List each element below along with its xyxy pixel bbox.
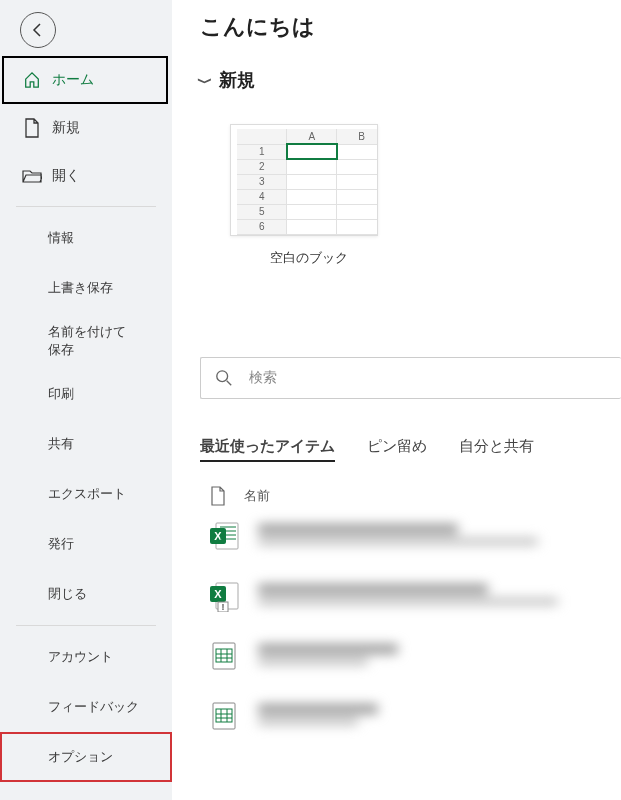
chevron-down-icon: ❯: [198, 76, 213, 84]
sidebar-label-home: ホーム: [52, 71, 94, 89]
spreadsheet-file-icon: [208, 700, 240, 732]
new-file-icon: [22, 118, 42, 138]
sidebar-item-account[interactable]: アカウント: [0, 632, 172, 682]
sidebar-item-options[interactable]: オプション: [0, 732, 172, 782]
backstage-main: こんにちは ❯ 新規 ABC 1 2 3 4 5 6 7 空白のブック 検索 最…: [172, 0, 621, 800]
sidebar-item-info[interactable]: 情報: [0, 213, 172, 263]
excel-file-icon: X: [208, 520, 240, 552]
template-blank-workbook[interactable]: ABC 1 2 3 4 5 6 7 空白のブック: [230, 124, 388, 267]
tab-recent[interactable]: 最近使ったアイテム: [200, 437, 335, 462]
sidebar-label-export: エクスポート: [48, 485, 126, 503]
file-row[interactable]: X: [200, 506, 621, 566]
sidebar-divider: [16, 625, 156, 626]
open-folder-icon: [22, 166, 42, 186]
backstage-sidebar: ホーム 新規 開く 情報 上書き保存 名前を付けて保存 印刷 共有 エクスポート…: [0, 0, 172, 800]
sidebar-label-feedback: フィードバック: [48, 698, 139, 716]
svg-text:X: X: [214, 588, 222, 600]
file-row[interactable]: X!: [200, 566, 621, 626]
sidebar-label-save-as: 名前を付けて保存: [48, 323, 138, 359]
sidebar-item-export[interactable]: エクスポート: [0, 469, 172, 519]
tab-pinned[interactable]: ピン留め: [367, 437, 427, 462]
sidebar-item-feedback[interactable]: フィードバック: [0, 682, 172, 732]
sidebar-label-options: オプション: [48, 748, 113, 766]
sidebar-label-account: アカウント: [48, 648, 113, 666]
sidebar-item-close[interactable]: 閉じる: [0, 569, 172, 619]
document-icon: [210, 486, 226, 506]
sidebar-divider: [16, 206, 156, 207]
sidebar-label-print: 印刷: [48, 385, 74, 403]
sidebar-label-publish: 発行: [48, 535, 74, 553]
new-section-title: 新規: [219, 68, 255, 92]
template-label: 空白のブック: [230, 250, 388, 267]
sidebar-item-save-as[interactable]: 名前を付けて保存: [0, 313, 172, 369]
sidebar-label-close: 閉じる: [48, 585, 87, 603]
home-icon: [22, 70, 42, 90]
sidebar-item-share[interactable]: 共有: [0, 419, 172, 469]
excel-warning-file-icon: X!: [208, 580, 240, 612]
recent-tabs: 最近使ったアイテム ピン留め 自分と共有: [200, 437, 621, 462]
sidebar-label-info: 情報: [48, 229, 74, 247]
new-section-header[interactable]: ❯ 新規: [200, 68, 621, 92]
search-placeholder: 検索: [249, 369, 277, 387]
greeting-title: こんにちは: [200, 12, 621, 42]
file-list-header: 名前: [200, 486, 621, 506]
recent-file-list: X X!: [200, 506, 621, 746]
column-name: 名前: [244, 488, 270, 505]
svg-text:X: X: [214, 530, 222, 542]
search-icon: [215, 369, 233, 387]
svg-point-0: [217, 371, 228, 382]
search-input[interactable]: 検索: [200, 357, 621, 399]
tab-shared[interactable]: 自分と共有: [459, 437, 534, 462]
sidebar-item-home[interactable]: ホーム: [2, 56, 168, 104]
file-row[interactable]: [200, 626, 621, 686]
sidebar-label-save: 上書き保存: [48, 279, 113, 297]
sidebar-item-print[interactable]: 印刷: [0, 369, 172, 419]
sidebar-item-publish[interactable]: 発行: [0, 519, 172, 569]
sidebar-label-share: 共有: [48, 435, 74, 453]
sidebar-label-new: 新規: [52, 119, 80, 137]
sidebar-label-open: 開く: [52, 167, 80, 185]
spreadsheet-file-icon: [208, 640, 240, 672]
back-button[interactable]: [20, 12, 56, 48]
back-arrow-icon: [30, 22, 46, 38]
sidebar-item-save[interactable]: 上書き保存: [0, 263, 172, 313]
sidebar-item-open[interactable]: 開く: [0, 152, 172, 200]
svg-line-1: [227, 381, 232, 386]
file-row[interactable]: [200, 686, 621, 746]
svg-text:!: !: [222, 602, 225, 612]
template-thumbnail: ABC 1 2 3 4 5 6 7: [230, 124, 378, 236]
sidebar-item-new[interactable]: 新規: [0, 104, 172, 152]
